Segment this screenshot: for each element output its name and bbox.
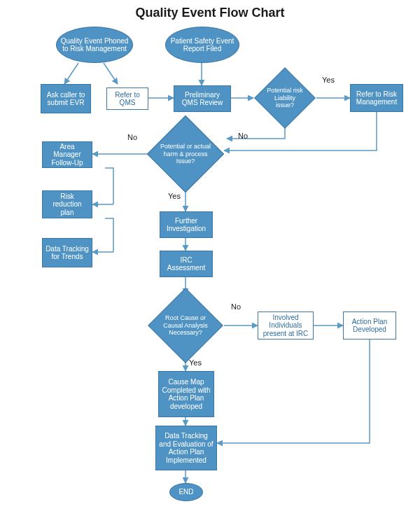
node-liability: Potential risk Liability issue? [253, 70, 316, 126]
node-risk-reduction: Risk reduction plan [42, 190, 92, 218]
label-harm-no: No [127, 133, 137, 141]
node-ask-evr: Ask caller to submit EVR [41, 84, 91, 113]
label-root-no: No [231, 302, 241, 311]
node-further-inv: Further Investigation [160, 211, 213, 238]
node-end: END [169, 483, 203, 501]
node-irc-assess: IRC Assessment [160, 251, 213, 277]
node-start-report: Patient Safety Event Report Filed [165, 27, 239, 63]
node-root-cause: Root Cause or Causal Analysis Necessary? [146, 293, 225, 358]
node-harm-issue-label: Potential or actual harm & process Issue… [144, 120, 227, 188]
node-data-trends: Data Tracking for Trends [42, 238, 92, 267]
node-involved-irc: Involved Individuals present at IRC [258, 312, 314, 340]
node-prelim: Preliminary QMS Review [174, 85, 231, 112]
node-liability-label: Potential risk Liability issue? [253, 70, 316, 126]
node-root-cause-label: Root Cause or Causal Analysis Necessary? [146, 293, 225, 358]
node-harm-issue: Potential or actual harm & process Issue… [144, 120, 227, 188]
node-refer-qms: Refer to QMS [106, 88, 148, 110]
node-start-phoned: Quality Event Phoned to Risk Management [56, 27, 133, 63]
page-title: Quality Event Flow Chart [0, 6, 420, 20]
label-harm-yes: Yes [168, 192, 181, 200]
label-root-yes: Yes [189, 358, 202, 367]
node-cause-map: Cause Map Completed with Action Plan dev… [158, 371, 214, 417]
node-area-followup: Area Manager Follow-Up [42, 141, 92, 168]
label-liability-no: No [238, 132, 248, 140]
node-action-plan: Action Plan Developed [343, 312, 396, 340]
node-refer-risk: Refer to Risk Management [350, 84, 403, 112]
node-data-eval: Data Tracking and Evaluation of Action P… [155, 426, 217, 470]
label-liability-yes: Yes [322, 76, 335, 84]
